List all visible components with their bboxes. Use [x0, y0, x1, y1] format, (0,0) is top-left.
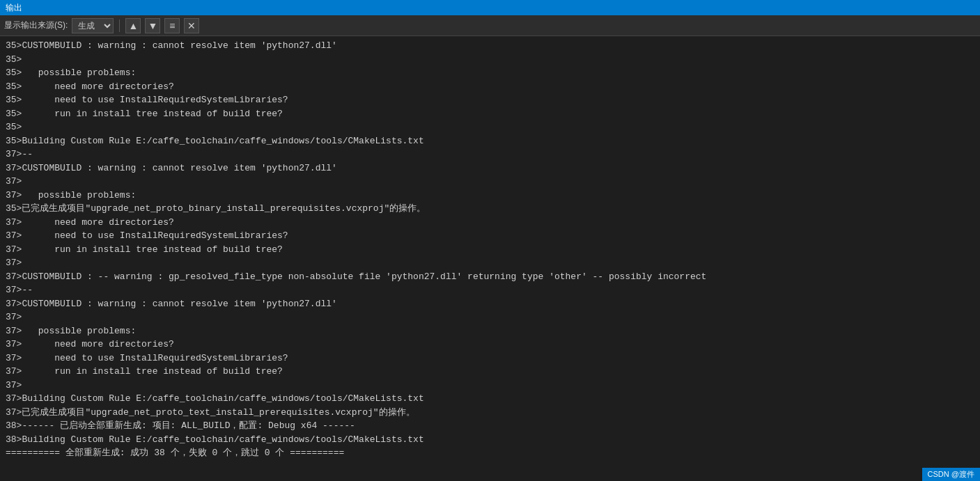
list-button[interactable]: ≡	[164, 18, 180, 33]
bottom-bar: CSDN @渡件	[922, 468, 980, 481]
close-output-button[interactable]: ✕	[184, 18, 199, 33]
output-line: 35> need to use InstallRequiredSystemLib…	[0, 93, 980, 107]
output-line: 37>	[0, 175, 980, 189]
output-line: 37> need to use InstallRequiredSystemLib…	[0, 352, 980, 365]
output-line: 37> need to use InstallRequiredSystemLib…	[0, 229, 980, 243]
output-line: 37>	[0, 310, 980, 324]
output-line: 37>--	[0, 148, 980, 161]
output-line: 37> run in install tree instead of build…	[0, 365, 980, 379]
output-line: 37> possible problems:	[0, 189, 980, 203]
output-line: 35>	[0, 53, 980, 67]
output-line: 37>	[0, 256, 980, 270]
output-panel[interactable]: 35>CUSTOMBUILD : warning : cannot resolv…	[0, 36, 980, 481]
output-line: 37> run in install tree instead of build…	[0, 243, 980, 257]
output-line: 37>CUSTOMBUILD : warning : cannot resolv…	[0, 297, 980, 311]
bottom-bar-label: CSDN @渡件	[928, 470, 974, 478]
output-line: 37>CUSTOMBUILD : warning : cannot resolv…	[0, 161, 980, 175]
output-line: 37>--	[0, 283, 980, 297]
output-line: 35>已完成生成项目"upgrade_net_proto_binary_inst…	[0, 202, 980, 216]
title-label: 输出	[6, 2, 22, 14]
output-line: 37> need more directories?	[0, 338, 980, 352]
output-line: 37>CUSTOMBUILD : -- warning : gp_resolve…	[0, 270, 980, 284]
output-line: 37> possible problems:	[0, 324, 980, 338]
toolbar: 显示输出来源(S): 生成 ▲ ▼ ≡ ✕	[0, 15, 980, 36]
output-line: 38>------ 已启动全部重新生成: 项目: ALL_BUILD，配置: D…	[0, 419, 980, 433]
output-line: 37>	[0, 379, 980, 393]
show-output-label: 显示输出来源(S):	[4, 19, 68, 31]
output-source-select[interactable]: 生成	[72, 18, 114, 33]
output-line: 35> run in install tree instead of build…	[0, 107, 980, 121]
toolbar-separator-1	[119, 19, 120, 32]
scroll-down-button[interactable]: ▼	[145, 18, 160, 33]
title-bar: 输出	[0, 0, 980, 15]
output-line: 37>已完成生成项目"upgrade_net_proto_text_instal…	[0, 406, 980, 420]
output-line: 35> possible problems:	[0, 66, 980, 80]
output-line: 37> need more directories?	[0, 216, 980, 230]
scroll-up-button[interactable]: ▲	[125, 18, 141, 33]
output-line: 37>Building Custom Rule E:/caffe_toolcha…	[0, 392, 980, 406]
output-line: ========== 全部重新生成: 成功 38 个，失败 0 个，跳过 0 个…	[0, 446, 980, 460]
output-line: 35>CUSTOMBUILD : warning : cannot resolv…	[0, 39, 980, 53]
output-line: 35>Building Custom Rule E:/caffe_toolcha…	[0, 134, 980, 148]
output-line: 38>Building Custom Rule E:/caffe_toolcha…	[0, 433, 980, 447]
output-line: 35> need more directories?	[0, 80, 980, 94]
output-line: 35>	[0, 120, 980, 134]
